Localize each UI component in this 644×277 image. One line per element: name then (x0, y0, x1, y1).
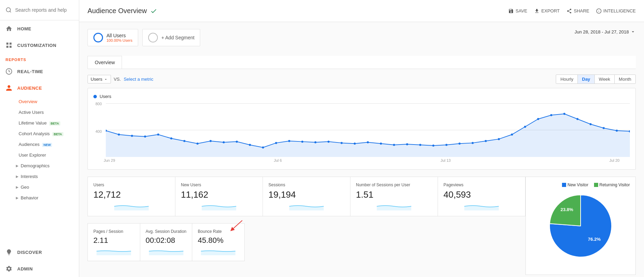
sidebar-item-customization[interactable]: CUSTOMIZATION (0, 37, 79, 53)
sidebar-item-lifetime-value[interactable]: Lifetime Value BETA (0, 118, 79, 128)
stat-sparkline (181, 202, 257, 210)
main-chart-svg (106, 102, 630, 157)
sidebar-item-demographics[interactable]: ▶ Demographics (0, 160, 79, 171)
share-button[interactable]: SHARE (566, 8, 589, 14)
stat-card-sessions[interactable]: Sessions 19,194 (263, 177, 350, 216)
svg-point-22 (249, 144, 251, 146)
svg-point-37 (446, 144, 448, 146)
legend-dot-users (93, 95, 97, 98)
svg-point-44 (537, 118, 539, 120)
time-btn-hourly[interactable]: Hourly (556, 75, 578, 83)
sidebar-item-home[interactable]: HOME (0, 20, 79, 37)
share-label: SHARE (574, 8, 589, 13)
svg-point-28 (327, 141, 329, 143)
stat-card-avg-session[interactable]: Avg. Session Duration 00:02:08 (140, 224, 192, 261)
time-btn-month[interactable]: Month (615, 75, 635, 83)
svg-point-49 (603, 127, 605, 129)
chevron-right-icon-4: ▶ (16, 196, 19, 200)
svg-rect-3 (10, 43, 12, 45)
lightbulb-icon (6, 249, 12, 256)
search-bar[interactable]: Search reports and help (0, 0, 79, 20)
sidebar-item-behavior[interactable]: ▶ Behavior (0, 192, 79, 203)
legend-sq-blue (562, 183, 566, 187)
stat-card-new-users[interactable]: New Users 11,162 (175, 177, 263, 216)
svg-point-47 (576, 118, 579, 120)
stat-card-bounce-rate[interactable]: Bounce Rate 45.80% (192, 224, 244, 261)
date-range-label: Jun 28, 2018 - Jul 27, 2018 (574, 29, 629, 34)
person-icon (6, 85, 12, 91)
header-actions: SAVE EXPORT SHARE i INTELLIGENCE (508, 8, 636, 14)
sidebar-item-audiences[interactable]: Audiences NEW (0, 139, 79, 150)
stat-value: 12,712 (93, 189, 170, 200)
metric-label: Users (91, 77, 102, 82)
sidebar-item-cohort-analysis[interactable]: Cohort Analysis BETA (0, 128, 79, 139)
chart-wrapper: 800 400 Jun 29 Jul 6 Jul 13 Jul 20 (93, 102, 630, 164)
sidebar-item-interests[interactable]: ▶ Interests (0, 171, 79, 182)
tab-overview[interactable]: Overview (88, 56, 122, 69)
chart-x-labels: Jun 29 Jul 6 Jul 13 Jul 20 (93, 158, 630, 162)
segments-bar: All Users 100.00% Users + Add Segment (88, 29, 200, 46)
svg-point-17 (183, 140, 185, 142)
add-segment-chip[interactable]: + Add Segment (142, 29, 200, 46)
stat-card-sessions-per-user[interactable]: Number of Sessions per User 1.51 (350, 177, 438, 216)
svg-point-48 (590, 123, 592, 125)
legend-new-visitor: New Visitor (562, 182, 588, 187)
sidebar-item-admin[interactable]: ADMIN (0, 260, 79, 277)
chevron-right-icon: ▶ (16, 164, 19, 168)
stat-card-users[interactable]: Users 12,712 (88, 177, 175, 216)
svg-point-36 (432, 145, 435, 147)
sidebar-item-discover[interactable]: DISCOVER (0, 244, 79, 260)
y-label-400: 400 (95, 129, 102, 133)
beta-badge-lifetime: BETA (49, 121, 60, 126)
svg-point-33 (393, 144, 395, 146)
save-button[interactable]: SAVE (508, 8, 527, 14)
svg-point-46 (563, 113, 565, 115)
select-metric-link[interactable]: Select a metric (124, 77, 153, 82)
intelligence-button[interactable]: i INTELLIGENCE (596, 8, 636, 14)
date-range-selector[interactable]: Jun 28, 2018 - Jul 27, 2018 (574, 29, 636, 34)
intelligence-label: INTELLIGENCE (603, 8, 636, 13)
svg-point-27 (314, 141, 316, 144)
sidebar-item-audience[interactable]: AUDIENCE (0, 80, 79, 96)
metric-dropdown[interactable]: Users (88, 75, 111, 83)
stat-card-pages-session[interactable]: Pages / Session 2.11 (88, 224, 140, 261)
stat-label: Pageviews (443, 182, 520, 187)
export-button[interactable]: EXPORT (534, 8, 560, 14)
metric-selector: Users VS. Select a metric (88, 75, 153, 83)
svg-rect-2 (7, 43, 9, 45)
sidebar-item-overview[interactable]: Overview (0, 96, 79, 107)
svg-text:23.8%: 23.8% (561, 207, 573, 212)
stat-sparkline (198, 247, 239, 255)
chart-controls: Users VS. Select a metric Hourly Day Wee… (88, 75, 636, 84)
new-badge-audiences: NEW (42, 143, 52, 147)
chevron-down-icon (630, 29, 636, 34)
vs-label: VS. (114, 77, 121, 82)
stat-label: Pages / Session (93, 229, 134, 234)
sidebar-item-realtime[interactable]: REAL-TIME (0, 63, 79, 80)
svg-rect-5 (10, 46, 12, 48)
time-btn-week[interactable]: Week (595, 75, 615, 83)
sidebar: Search reports and help HOME CUSTOMIZATI… (0, 0, 79, 277)
sidebar-item-user-explorer[interactable]: User Explorer (0, 150, 79, 160)
audience-label: AUDIENCE (17, 86, 42, 91)
stat-card-pageviews[interactable]: Pageviews 40,593 (438, 177, 525, 216)
reports-section-label: Reports (0, 53, 79, 63)
stat-value: 00:02:08 (146, 236, 187, 245)
svg-point-0 (6, 8, 10, 12)
all-users-segment[interactable]: All Users 100.00% Users (88, 29, 138, 46)
stat-label: Sessions (268, 182, 345, 187)
chart-legend: Users (93, 94, 630, 99)
stat-value: 45.80% (198, 236, 239, 245)
sidebar-item-geo[interactable]: ▶ Geo (0, 182, 79, 192)
stat-sparkline (146, 247, 187, 255)
stat-value: 11,162 (181, 189, 257, 200)
svg-rect-4 (7, 46, 9, 48)
svg-point-45 (550, 114, 552, 116)
sidebar-item-active-users[interactable]: Active Users (0, 107, 79, 118)
segment-info: All Users 100.00% Users (106, 33, 132, 42)
beta-badge-cohort: BETA (52, 132, 63, 136)
settings-icon (6, 42, 12, 49)
x-label-3: Jul 13 (441, 158, 451, 162)
time-btn-day[interactable]: Day (578, 75, 595, 83)
export-icon (534, 8, 540, 14)
